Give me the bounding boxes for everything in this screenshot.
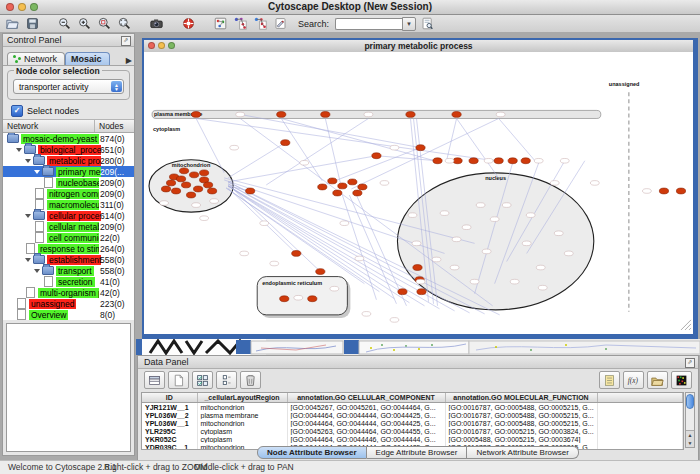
table-column-header[interactable]: annotation.GO MOLECULAR_FUNCTION	[445, 393, 597, 403]
tree-row[interactable]: response to stimulu264(0)	[3, 243, 134, 254]
network-node-label[interactable]	[362, 312, 371, 317]
scrollbar-thumb[interactable]	[686, 394, 694, 409]
table-cell[interactable]: plasma membrane	[197, 411, 287, 419]
network-node[interactable]	[208, 188, 217, 194]
table-row[interactable]: YLR295Ccytoplasm[GO:0045263, GO:0044464,…	[142, 427, 683, 435]
network-node-label[interactable]	[355, 256, 364, 261]
tree-row[interactable]: secretion41(0)	[3, 276, 134, 287]
tree-row[interactable]: metabolic process280(0)	[3, 155, 134, 166]
zoom-out-button[interactable]	[56, 16, 73, 31]
tree-row[interactable]: unassigned223(0)	[3, 298, 134, 309]
network-node[interactable]	[508, 158, 517, 164]
table-row[interactable]: YKR052Ccytoplasm[GO:0044464, GO:0044446,…	[142, 435, 683, 443]
network-node[interactable]	[338, 183, 347, 189]
table-cell[interactable]	[597, 411, 683, 419]
tree-row[interactable]: cellular metabol209(0)	[3, 221, 134, 232]
network-node-label[interactable]	[210, 199, 219, 204]
network-node[interactable]	[176, 176, 185, 182]
network-node-label[interactable]	[270, 261, 279, 266]
tree-row[interactable]: primary metabo209(...	[3, 166, 134, 177]
tab-network[interactable]: Network	[7, 52, 65, 65]
heatmap-button[interactable]	[671, 371, 692, 389]
network-node-label[interactable]	[230, 145, 239, 150]
network-node[interactable]	[204, 182, 213, 188]
table-row[interactable]: YPL036W__1mitochondrion[GO:0044464, GO:0…	[142, 419, 683, 427]
network-node-label[interactable]	[522, 241, 531, 246]
table-column-header[interactable]: _cellularLayoutRegion	[197, 393, 287, 403]
table-cell[interactable]	[597, 435, 683, 443]
expander-icon[interactable]	[25, 214, 31, 218]
notes-button[interactable]	[599, 371, 620, 389]
background-windows-strip[interactable]	[136, 339, 700, 355]
zoom-fit-button[interactable]	[116, 16, 133, 31]
network-node[interactable]	[193, 186, 202, 192]
table-row[interactable]: YPL036W__2plasma membrane[GO:0044464, GO…	[142, 411, 683, 419]
network-node-label[interactable]	[534, 158, 543, 163]
network-edge[interactable]	[325, 118, 340, 182]
network-node[interactable]	[171, 188, 180, 194]
network-node[interactable]	[316, 269, 325, 275]
network-node-label[interactable]	[160, 201, 169, 206]
network-node-label[interactable]	[408, 213, 417, 218]
table-cell[interactable]	[597, 403, 683, 412]
network-node[interactable]	[417, 289, 426, 295]
network-node-label[interactable]	[380, 181, 389, 186]
tab-mosaic[interactable]: Mosaic	[65, 52, 110, 65]
network-node-label[interactable]	[452, 237, 461, 242]
network-node-label[interactable]	[496, 112, 505, 117]
network-node-label[interactable]	[450, 265, 459, 270]
tree-row[interactable]: Overview8(0)	[3, 309, 134, 320]
network-node[interactable]	[494, 158, 503, 164]
table-cell[interactable]: [GO:0016787, GO:0005488, GO:0005215, G..…	[445, 403, 597, 412]
network-edge[interactable]	[228, 156, 376, 182]
save-session-button[interactable]	[24, 16, 41, 31]
network-node-label[interactable]	[432, 257, 441, 262]
network-node-label[interactable]	[300, 160, 309, 165]
table-column-header[interactable]: annotation.GO CELLULAR_COMPONENT	[287, 393, 445, 403]
network-node-label[interactable]	[590, 181, 599, 186]
tree-row[interactable]: nucleobase-209(0)	[3, 177, 134, 188]
formula-button[interactable]: f(x)	[623, 371, 644, 389]
table-cell[interactable]: mitochondrion	[197, 419, 287, 427]
snapshot-button[interactable]	[148, 16, 165, 31]
network-node-label[interactable]	[390, 318, 399, 323]
network-node[interactable]	[353, 190, 362, 196]
table-cell[interactable]: cytoplasm	[197, 427, 287, 435]
network-node[interactable]	[358, 184, 367, 190]
tree-row[interactable]: establishment of lo558(0)	[3, 254, 134, 265]
network-node-label[interactable]	[560, 158, 569, 163]
import-attributes-button[interactable]	[647, 371, 668, 389]
tree-row[interactable]: macromolecule311(0)	[3, 199, 134, 210]
network-node[interactable]	[453, 158, 462, 164]
network-edge[interactable]	[234, 190, 320, 272]
tab-edge-attribute-browser[interactable]: Edge Attribute Browser	[367, 446, 468, 459]
column-nodes[interactable]: Nodes	[95, 120, 124, 132]
network-node[interactable]	[321, 112, 330, 118]
select-nodes-checkbox[interactable]: ✓	[11, 105, 23, 117]
network-node[interactable]	[200, 170, 209, 176]
expander-icon[interactable]	[34, 170, 40, 174]
table-cell[interactable]: [GO:0044464, GO:0044444, GO:0044425, G..…	[287, 411, 445, 419]
network-node-label[interactable]	[490, 217, 499, 222]
network-node-label[interactable]	[550, 181, 559, 186]
network-node[interactable]	[452, 112, 461, 118]
network-node-label[interactable]	[294, 295, 303, 300]
network-edge[interactable]	[376, 156, 437, 161]
network-node[interactable]	[191, 112, 200, 118]
select-attributes-button[interactable]	[192, 371, 213, 389]
table-cell[interactable]: YKR052C	[142, 435, 197, 443]
network-canvas[interactable]: plasma membranecytoplasmmitochondrionnuc…	[144, 52, 693, 334]
zoom-selected-button[interactable]	[96, 16, 113, 31]
expander-icon[interactable]	[34, 269, 40, 273]
open-file-button[interactable]	[4, 16, 21, 31]
scrollbar-arrows[interactable]: ▲▼	[686, 430, 694, 447]
network-node-label[interactable]	[330, 286, 339, 291]
network-node-label[interactable]	[502, 203, 511, 208]
network-edge[interactable]	[281, 118, 434, 160]
network-node-label[interactable]	[482, 249, 491, 254]
network-node-label[interactable]	[484, 158, 493, 163]
float-data-panel-icon[interactable]: ⇗	[685, 358, 695, 368]
table-row[interactable]: YJR121W__1mitochondrion[GO:0045267, GO:0…	[142, 403, 683, 412]
network-node-label[interactable]	[470, 279, 479, 284]
network-node[interactable]	[372, 153, 381, 159]
